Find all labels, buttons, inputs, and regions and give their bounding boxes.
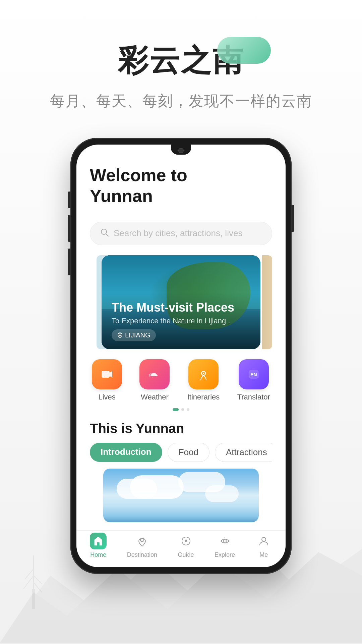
home-label: Home: [90, 551, 106, 558]
explore-label: Explore: [215, 551, 235, 558]
header-section: 彩云之南 每月、每天、每刻，发现不一样的云南: [0, 0, 362, 111]
svg-line-9: [106, 234, 108, 236]
dot-1: [181, 408, 184, 411]
cloud-2: [130, 475, 184, 499]
volume-down-button: [68, 215, 70, 242]
nav-destination[interactable]: Destination: [127, 533, 157, 558]
phone-screen: Welcome toYunnan Search by cities, attra…: [76, 145, 286, 567]
pagination-dots: [76, 408, 286, 411]
phone-notch: [171, 145, 191, 155]
me-label: Me: [259, 551, 268, 558]
silent-button: [68, 249, 70, 275]
banner-subtitle: To Experience the Nature in Lijiang .: [112, 317, 250, 325]
banner-container[interactable]: The Must-visit Places To Experience the …: [90, 255, 272, 349]
banner-location: LIJIANG: [112, 329, 156, 341]
guide-label: Guide: [178, 551, 194, 558]
content-preview-image: [103, 469, 259, 522]
title-pill-decoration: [217, 37, 271, 64]
nav-home[interactable]: Home: [90, 533, 107, 558]
banner-next-hint: [262, 255, 272, 349]
quick-access-grid: Lives Weather: [83, 359, 279, 401]
lives-icon: [92, 359, 122, 389]
app-subtitle-chinese: 每月、每天、每刻，发现不一样的云南: [0, 91, 362, 111]
search-bar[interactable]: Search by cities, attractions, lives: [90, 222, 272, 245]
camera-dot: [178, 148, 184, 153]
dot-2: [187, 408, 189, 411]
quick-item-lives[interactable]: Lives: [92, 359, 122, 401]
me-icon: [255, 533, 272, 549]
search-icon: [100, 228, 109, 239]
nav-explore[interactable]: Explore: [215, 533, 235, 558]
power-button: [292, 205, 294, 232]
svg-rect-11: [102, 371, 110, 378]
bottom-navigation: Home Destination: [76, 530, 286, 567]
svg-rect-2: [32, 589, 35, 609]
weather-label: Weather: [141, 393, 169, 401]
quick-item-translator[interactable]: EN Translator: [237, 359, 270, 401]
tab-attractions[interactable]: Attractions: [215, 443, 272, 462]
translator-icon: EN: [239, 359, 269, 389]
category-tabs: Introduction Food Attractions Compl...: [90, 443, 272, 462]
lives-label: Lives: [98, 393, 115, 401]
svg-marker-12: [110, 371, 112, 378]
quick-item-itineraries[interactable]: Itineraries: [187, 359, 220, 401]
weather-icon: [139, 359, 170, 389]
destination-label: Destination: [127, 551, 157, 558]
nav-guide[interactable]: Guide: [178, 533, 194, 558]
home-icon: [90, 533, 107, 549]
itineraries-icon: [188, 359, 219, 389]
svg-text:EN: EN: [250, 372, 257, 377]
volume-up-button: [68, 192, 70, 208]
banner-title: The Must-visit Places: [112, 301, 250, 315]
svg-point-10: [119, 334, 121, 336]
dot-active: [173, 408, 179, 411]
nav-me[interactable]: Me: [255, 533, 272, 558]
banner-text-overlay: The Must-visit Places To Experience the …: [102, 292, 260, 349]
yunnan-section: This is Yunnan Introduction Food Attract…: [76, 411, 286, 522]
quick-item-weather[interactable]: Weather: [139, 359, 170, 401]
tab-food[interactable]: Food: [168, 443, 209, 462]
explore-icon: [217, 533, 233, 549]
phone-mockup: Welcome toYunnan Search by cities, attra…: [70, 138, 292, 574]
banner-location-text: LIJIANG: [125, 331, 150, 339]
yunnan-section-title: This is Yunnan: [90, 421, 272, 436]
cloud-4: [178, 472, 225, 492]
sky-image: [103, 469, 259, 522]
tree-decoration: [20, 555, 47, 610]
svg-point-14: [203, 373, 204, 374]
itineraries-label: Itineraries: [187, 393, 220, 401]
screen-content: Welcome toYunnan Search by cities, attra…: [76, 145, 286, 567]
destination-icon: [134, 533, 150, 549]
banner-card[interactable]: The Must-visit Places To Experience the …: [102, 255, 260, 349]
svg-point-22: [262, 537, 266, 541]
svg-line-3: [23, 576, 34, 589]
svg-line-7: [34, 576, 42, 584]
search-placeholder: Search by cities, attractions, lives: [114, 228, 242, 238]
welcome-title: Welcome toYunnan: [90, 165, 272, 207]
svg-point-20: [224, 540, 226, 542]
welcome-section: Welcome toYunnan: [76, 145, 286, 213]
guide-icon: [178, 533, 194, 549]
tab-introduction[interactable]: Introduction: [90, 443, 162, 462]
translator-label: Translator: [237, 393, 270, 401]
phone-frame: Welcome toYunnan Search by cities, attra…: [70, 138, 292, 574]
svg-marker-19: [185, 538, 187, 542]
